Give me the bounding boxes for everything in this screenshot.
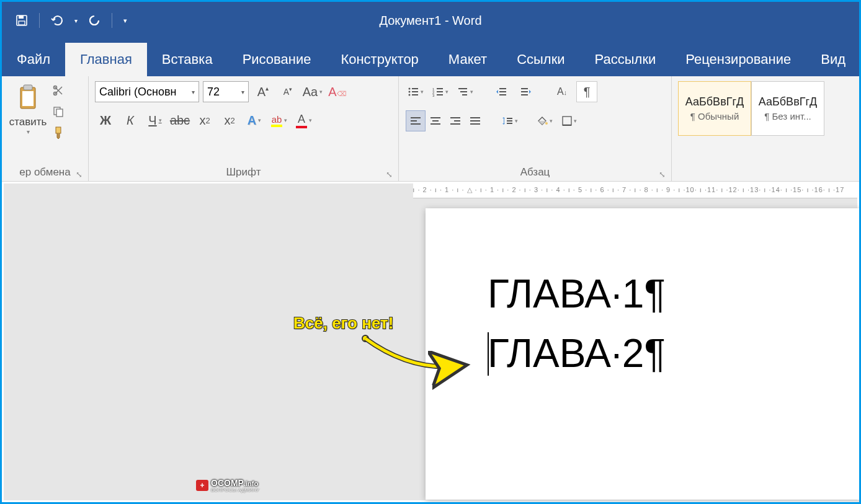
svg-rect-48 xyxy=(507,123,512,124)
italic-button[interactable]: К xyxy=(120,110,141,131)
save-icon xyxy=(16,14,28,27)
strike-button[interactable]: abc xyxy=(169,110,190,131)
copy-button[interactable] xyxy=(50,104,66,120)
tab-mailings[interactable]: Рассылки xyxy=(580,43,671,76)
redo-icon xyxy=(88,14,100,27)
qat-customize[interactable]: ▾ xyxy=(120,11,131,30)
bucket-icon xyxy=(537,116,548,126)
tab-references[interactable]: Ссылки xyxy=(502,43,579,76)
shading-button[interactable] xyxy=(534,110,555,131)
multilevel-button[interactable] xyxy=(455,81,476,102)
clipboard-launcher[interactable]: ⤡ xyxy=(76,170,86,180)
underline-button[interactable]: Ч xyxy=(145,110,166,131)
style-no-spacing[interactable]: АаБбВвГгД ¶ Без инт... xyxy=(751,81,824,136)
chevron-down-icon: ▾ xyxy=(123,17,127,25)
redo-button[interactable] xyxy=(84,11,104,30)
svg-rect-34 xyxy=(411,120,417,122)
svg-rect-38 xyxy=(430,123,440,125)
paste-button[interactable] xyxy=(14,79,42,116)
highlight-button[interactable]: ab xyxy=(269,110,290,131)
ribbon-tabs: Файл Главная Вставка Рисование Конструкт… xyxy=(2,39,859,76)
numbering-button[interactable]: 123 xyxy=(430,81,451,102)
undo-button[interactable] xyxy=(47,11,67,30)
tab-view[interactable]: Вид xyxy=(806,43,860,76)
show-marks-button[interactable]: ¶ xyxy=(576,81,597,102)
font-name-select[interactable]: Calibri (Основн ▾ xyxy=(95,81,199,102)
align-right-button[interactable] xyxy=(445,110,465,131)
paste-dropdown[interactable]: ▾ xyxy=(27,128,30,135)
format-painter-button[interactable] xyxy=(50,125,66,141)
font-size-value: 72 xyxy=(207,86,220,99)
decrease-indent-button[interactable] xyxy=(491,81,512,102)
separator xyxy=(112,13,112,28)
bold-button[interactable]: Ж xyxy=(95,110,116,131)
svg-rect-37 xyxy=(432,120,439,122)
tab-file[interactable]: Файл xyxy=(2,43,65,76)
svg-point-49 xyxy=(545,122,548,125)
align-left-button[interactable] xyxy=(406,110,426,131)
svg-rect-39 xyxy=(450,117,460,118)
tab-home[interactable]: Главная xyxy=(65,43,147,76)
svg-rect-40 xyxy=(454,120,460,122)
tab-draw[interactable]: Рисование xyxy=(228,43,326,76)
style-normal[interactable]: АаБбВвГгД ¶ Обычный xyxy=(678,81,751,136)
svg-rect-45 xyxy=(504,118,504,123)
chevron-down-icon: ▾ xyxy=(192,89,195,95)
sort-button[interactable]: A↓ xyxy=(551,81,573,102)
text-line-1: ГЛАВА·1¶ xyxy=(488,264,861,324)
tab-insert[interactable]: Вставка xyxy=(147,43,228,76)
svg-rect-30 xyxy=(521,88,528,89)
cut-button[interactable] xyxy=(50,82,66,99)
save-button[interactable] xyxy=(12,11,32,30)
watermark-text: OCOMP.info xyxy=(211,478,258,488)
align-justify-button[interactable] xyxy=(465,110,485,131)
copy-icon xyxy=(52,105,65,118)
tab-review[interactable]: Рецензирование xyxy=(671,43,806,76)
align-center-button[interactable] xyxy=(426,110,445,131)
svg-rect-43 xyxy=(470,120,480,122)
clear-format-button[interactable]: A⌫ xyxy=(327,81,348,102)
svg-rect-29 xyxy=(499,94,506,95)
change-case-button[interactable]: Aa xyxy=(302,81,323,102)
document-page[interactable]: ГЛАВА·1¶ ГЛАВА·2¶ xyxy=(426,208,861,500)
svg-rect-21 xyxy=(437,91,443,92)
svg-rect-1 xyxy=(19,15,24,19)
multilevel-icon xyxy=(457,87,468,97)
tab-layout[interactable]: Макет xyxy=(434,43,502,76)
scissors-icon xyxy=(52,84,65,97)
superscript-button[interactable]: x2 xyxy=(219,110,240,131)
horizontal-ruler[interactable]: 3 · ı · 2 · ı · 1 · ı · △ · ı · 1 · ı · … xyxy=(413,183,857,198)
chevron-down-icon: ▾ xyxy=(74,17,78,24)
shrink-font-button[interactable]: A▾ xyxy=(277,81,298,102)
document-area: 3 · ı · 2 · ı · 1 · ı · △ · ı · 1 · ı · … xyxy=(4,183,857,500)
svg-rect-5 xyxy=(24,85,32,90)
subscript-button[interactable]: x2 xyxy=(194,110,215,131)
line-spacing-button[interactable] xyxy=(499,110,520,131)
style-name: ¶ Обычный xyxy=(690,111,739,122)
paragraph-launcher[interactable]: ⤡ xyxy=(659,170,669,180)
group-styles: АаБбВвГгД ¶ Обычный АаБбВвГгД ¶ Без инт.… xyxy=(672,76,859,181)
grow-font-button[interactable]: A▴ xyxy=(252,81,274,102)
text-effects-button[interactable]: A xyxy=(244,110,265,131)
font-launcher[interactable]: ⤡ xyxy=(386,170,396,180)
undo-dropdown[interactable]: ▾ xyxy=(71,11,81,30)
bullets-button[interactable] xyxy=(405,81,426,102)
font-color-button[interactable]: A xyxy=(293,110,315,131)
svg-rect-36 xyxy=(430,117,440,118)
group-paragraph: 123 A↓ ¶ xyxy=(399,76,672,181)
svg-rect-11 xyxy=(56,127,61,133)
group-clipboard: ставить ▾ ер обмена ⤡ xyxy=(2,76,89,181)
font-size-select[interactable]: 72 ▾ xyxy=(203,81,249,102)
align-right-icon xyxy=(450,117,461,125)
borders-button[interactable] xyxy=(559,110,580,131)
svg-point-12 xyxy=(409,88,411,90)
spacing-icon xyxy=(502,116,513,126)
align-left-icon xyxy=(410,117,421,125)
increase-indent-button[interactable] xyxy=(515,81,537,102)
svg-rect-47 xyxy=(507,120,512,122)
undo-icon xyxy=(50,14,64,27)
svg-rect-17 xyxy=(412,94,418,95)
svg-text:3: 3 xyxy=(432,94,435,97)
tab-design[interactable]: Конструктор xyxy=(326,43,433,76)
svg-point-16 xyxy=(409,94,411,96)
